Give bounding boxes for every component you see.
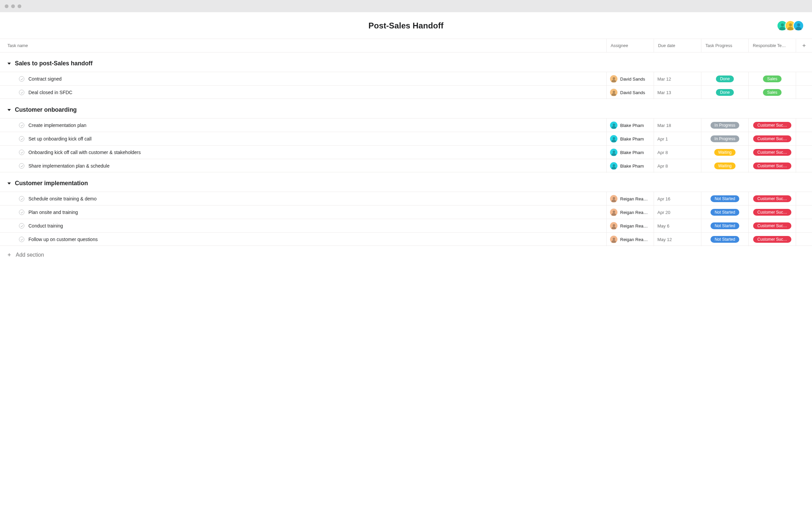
assignee-cell[interactable]: Blake Pham	[606, 146, 654, 159]
section-header[interactable]: Customer implementation	[0, 172, 812, 192]
assignee-avatar	[610, 135, 617, 143]
task-progress-cell[interactable]: Not Started	[701, 233, 748, 246]
complete-check-icon[interactable]	[19, 223, 24, 229]
row-trailing-cell	[796, 233, 812, 246]
task-name: Conduct training	[28, 223, 63, 229]
task-row[interactable]: Plan onsite and trainingReigan Rea…Apr 2…	[0, 205, 812, 219]
responsible-team-cell[interactable]: Customer Suc…	[748, 159, 796, 173]
task-progress-cell[interactable]: Not Started	[701, 192, 748, 206]
assignee-cell[interactable]: Reigan Rea…	[606, 233, 654, 246]
assignee-avatar	[610, 162, 617, 170]
assignee-name: David Sands	[620, 77, 645, 82]
due-date-cell[interactable]: Mar 12	[654, 72, 701, 86]
assignee-cell[interactable]: Blake Pham	[606, 159, 654, 173]
task-row[interactable]: Contract signedDavid SandsMar 12DoneSale…	[0, 72, 812, 85]
task-progress-cell[interactable]: In Progress	[701, 132, 748, 146]
task-progress-cell[interactable]: Done	[701, 72, 748, 86]
responsible-team-cell[interactable]: Customer Suc…	[748, 233, 796, 246]
window-dot-close-icon[interactable]	[5, 4, 8, 8]
task-progress-cell[interactable]: Not Started	[701, 206, 748, 219]
responsible-team-cell[interactable]: Customer Suc…	[748, 192, 796, 206]
due-date-cell[interactable]: Apr 8	[654, 159, 701, 173]
section-header[interactable]: Sales to post-Sales handoff	[0, 52, 812, 72]
due-date-cell[interactable]: Apr 1	[654, 132, 701, 146]
complete-check-icon[interactable]	[19, 76, 24, 82]
row-trailing-cell	[796, 132, 812, 146]
member-avatar[interactable]	[793, 20, 804, 31]
complete-check-icon[interactable]	[19, 210, 24, 215]
assignee-cell[interactable]: Blake Pham	[606, 118, 654, 132]
task-name: Plan onsite and training	[28, 210, 78, 215]
complete-check-icon[interactable]	[19, 237, 24, 242]
due-date-cell[interactable]: Apr 16	[654, 192, 701, 206]
task-row[interactable]: Deal closed in SFDCDavid SandsMar 13Done…	[0, 85, 812, 99]
assignee-name: Reigan Rea…	[620, 210, 648, 215]
complete-check-icon[interactable]	[19, 150, 24, 155]
assignee-name: David Sands	[620, 90, 645, 95]
col-task-name[interactable]: Task name	[0, 43, 606, 48]
task-progress-cell[interactable]: Waiting	[701, 159, 748, 173]
team-pill: Customer Suc…	[753, 236, 791, 243]
complete-check-icon[interactable]	[19, 136, 24, 142]
responsible-team-cell[interactable]: Sales	[748, 86, 796, 99]
responsible-team-cell[interactable]: Customer Suc…	[748, 132, 796, 146]
task-name: Schedule onsite training & demo	[28, 196, 97, 201]
due-date-cell[interactable]: May 6	[654, 219, 701, 233]
assignee-cell[interactable]: Reigan Rea…	[606, 192, 654, 206]
due-date-cell[interactable]: Apr 20	[654, 206, 701, 219]
row-trailing-cell	[796, 159, 812, 173]
team-pill: Customer Suc…	[753, 149, 791, 156]
add-column-button[interactable]: +	[796, 39, 812, 52]
assignee-avatar	[610, 195, 617, 202]
complete-check-icon[interactable]	[19, 123, 24, 128]
progress-pill: Done	[716, 75, 734, 82]
row-trailing-cell	[796, 219, 812, 233]
assignee-cell[interactable]: Reigan Rea…	[606, 219, 654, 233]
due-date-cell[interactable]: May 12	[654, 233, 701, 246]
task-progress-cell[interactable]: Done	[701, 86, 748, 99]
complete-check-icon[interactable]	[19, 196, 24, 201]
responsible-team-cell[interactable]: Customer Suc…	[748, 146, 796, 159]
task-row[interactable]: Onboarding kick off call with customer &…	[0, 145, 812, 159]
task-row[interactable]: Share implementation plan & scheduleBlak…	[0, 159, 812, 172]
assignee-cell[interactable]: David Sands	[606, 86, 654, 99]
due-date-cell[interactable]: Apr 8	[654, 146, 701, 159]
task-progress-cell[interactable]: Waiting	[701, 146, 748, 159]
row-trailing-cell	[796, 118, 812, 132]
due-date: Apr 8	[657, 150, 668, 155]
responsible-team-cell[interactable]: Customer Suc…	[748, 219, 796, 233]
task-name: Create implementation plan	[28, 123, 86, 128]
assignee-cell[interactable]: Blake Pham	[606, 132, 654, 146]
team-pill: Sales	[763, 89, 781, 96]
task-progress-cell[interactable]: Not Started	[701, 219, 748, 233]
task-row[interactable]: Create implementation planBlake PhamMar …	[0, 118, 812, 132]
task-row[interactable]: Follow up on customer questionsReigan Re…	[0, 232, 812, 246]
responsible-team-cell[interactable]: Customer Suc…	[748, 206, 796, 219]
due-date-cell[interactable]: Mar 13	[654, 86, 701, 99]
assignee-cell[interactable]: David Sands	[606, 72, 654, 86]
assignee-avatar	[610, 149, 617, 156]
assignee-cell[interactable]: Reigan Rea…	[606, 206, 654, 219]
col-task-progress[interactable]: Task Progress	[701, 39, 748, 52]
task-row[interactable]: Conduct trainingReigan Rea…May 6Not Star…	[0, 219, 812, 232]
col-responsible-team[interactable]: Responsible Te…	[748, 39, 796, 52]
responsible-team-cell[interactable]: Sales	[748, 72, 796, 86]
section-header[interactable]: Customer onboarding	[0, 99, 812, 118]
team-pill: Customer Suc…	[753, 163, 791, 169]
responsible-team-cell[interactable]: Customer Suc…	[748, 118, 796, 132]
task-row[interactable]: Schedule onsite training & demoReigan Re…	[0, 192, 812, 205]
complete-check-icon[interactable]	[19, 90, 24, 95]
due-date-cell[interactable]: Mar 18	[654, 118, 701, 132]
col-assignee[interactable]: Assignee	[606, 39, 654, 52]
window-dot-minimize-icon[interactable]	[11, 4, 15, 8]
progress-pill: Waiting	[714, 149, 736, 156]
task-row[interactable]: Set up onboarding kick off callBlake Pha…	[0, 132, 812, 145]
col-due-date[interactable]: Due date	[654, 39, 701, 52]
task-progress-cell[interactable]: In Progress	[701, 118, 748, 132]
add-section-button[interactable]: + Add section	[0, 246, 812, 258]
due-date: Mar 12	[657, 77, 671, 82]
assignee-name: Reigan Rea…	[620, 196, 648, 201]
due-date: Apr 16	[657, 196, 670, 201]
complete-check-icon[interactable]	[19, 163, 24, 169]
window-dot-maximize-icon[interactable]	[18, 4, 21, 8]
